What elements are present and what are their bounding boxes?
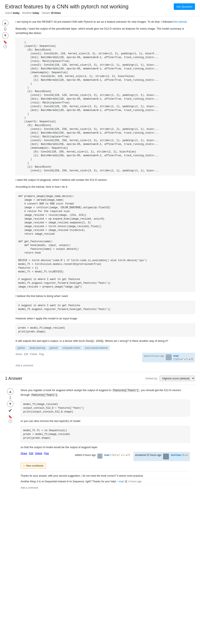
comment-time: 4 hours ago (128, 480, 141, 483)
answered-user-avatar (163, 454, 169, 460)
tag-conv-neural-network[interactable]: conv-neural-network (83, 346, 110, 350)
question-text3: I want the output of (avgpool), which I … (16, 178, 195, 182)
comment-item: Another thing: it is nn.Sequential inste… (21, 479, 190, 485)
answer-comments: Thanks for your answer, with your second… (21, 471, 190, 485)
answer-text1: Since you register a hook for avgpool wh… (21, 388, 190, 397)
question-meta: Asked today Modified today Viewed 19 tim… (5, 12, 195, 14)
question-text2: Basically, I want the output of the penu… (16, 27, 195, 36)
question-section: ▲ 0 ▼ 🔖 🕐 I am trying to use the RESNET-… (0, 16, 200, 372)
edit-link[interactable]: Edit (24, 353, 28, 356)
answered-user-name[interactable]: JunYuan (171, 454, 181, 456)
answered-user-rep: 26 ●2 (182, 454, 188, 456)
question-asked-info: asked 23 hours ago (144, 354, 164, 361)
question-text6: However when I apply this model in an in… (16, 316, 195, 321)
question-text5: I believe the line below is doing what I… (16, 294, 195, 298)
meta-modified: Modified today (22, 12, 39, 14)
answers-title: 1 Answer (5, 376, 22, 381)
question-add-comment[interactable]: Add a comment (16, 362, 195, 369)
answered-card: answered 22 hours ago JunYuan 26 ●2 (133, 452, 190, 461)
answer-footer: Share Edit Delete Flag edited 4 hours ag… (21, 452, 190, 461)
register-hook-code: # avgpool is where I want to get feature… (16, 301, 195, 314)
follow-link[interactable]: Follow (30, 353, 37, 356)
preds-code: preds = model_ft(image_resized) print(pr… (16, 323, 195, 336)
answer-text3: so that the output of model would be the… (21, 445, 190, 450)
tag-pytorch[interactable]: pytorch (48, 346, 60, 350)
answer-code2: model_ft.fc = nn.Sequential() preds = mo… (21, 426, 190, 443)
answer-add-comment[interactable]: Add a comment (21, 485, 190, 491)
question-user-name[interactable]: mad (173, 354, 193, 357)
sort-label: Sorted by: (145, 377, 158, 380)
answer-inline-code2: features['feats'] (31, 394, 58, 397)
question-text4: According to the tutorial, here is how I… (16, 185, 195, 189)
question-user-card: asked 23 hours ago mad 2,523 ●7 ●34 ●75 (142, 353, 195, 362)
answer-flag-link[interactable]: Flag (44, 452, 49, 455)
question-text7: It still outputs the last layer's output… (16, 339, 195, 343)
model-summary-code: ) (layer2): Sequential( (0): BasicBlock(… (16, 38, 195, 175)
answer-bookmark-button[interactable]: 🔖 (8, 415, 12, 419)
answer-delete-link[interactable]: Delete (35, 452, 42, 455)
tag-python[interactable]: python (16, 346, 27, 350)
answer-inline-code1: features['feats'] (112, 389, 139, 392)
answer-share-link[interactable]: Share (21, 452, 27, 455)
answer-vote-down-button[interactable]: ▼ (7, 400, 14, 407)
sort-row: Sorted by: Highest score (default) (145, 376, 195, 381)
answer-cards: edited 4 hours ago mad 2,523 ●7 ●34 ●75 (73, 452, 190, 461)
answers-header: 1 Answer Sorted by: Highest score (defau… (5, 376, 195, 381)
answers-section: 1 Answer Sorted by: Highest score (defau… (0, 372, 200, 498)
question-links: Share Edit Follow Flag (16, 353, 44, 356)
ask-question-button[interactable]: Ask Question (174, 3, 195, 10)
new-contributor-badge[interactable]: ★ New contributor (21, 463, 46, 469)
history-button[interactable]: 🕐 (3, 44, 7, 48)
edited-user-info: mad 2,523 ●7 ●34 ●75 (104, 454, 130, 460)
edited-label: edited 4 hours ago (75, 454, 96, 460)
question-title: Extract features by a CNN with pytorch n… (5, 3, 171, 10)
question-footer: Share Edit Follow Flag asked 23 hours ag… (16, 353, 195, 362)
question-vote-sidebar: ▲ 0 ▼ 🔖 🕐 (0, 16, 11, 372)
vote-up-button[interactable]: ▲ (2, 20, 9, 26)
page-container: Extract features by a CNN with pytorch n… (0, 0, 200, 498)
edited-user-rep: 2,523 ●7 ●34 ●75 (110, 454, 130, 456)
meta-viewed: Viewed 19 times (42, 12, 61, 14)
new-contributor-label: New contributor (26, 464, 44, 467)
share-link[interactable]: Share (16, 353, 22, 356)
answer-history-button[interactable]: 🕐 (8, 419, 12, 423)
answer-item: ▲ 1 ▼ ✔ 🔖 🕐 Since you register a hook fo… (5, 384, 195, 494)
vote-down-button[interactable]: ▼ (2, 32, 9, 39)
prepare-image-code: def prepare_image(image_name,device): im… (16, 192, 195, 292)
tutorial-link[interactable]: this tutorial (173, 20, 186, 23)
answer-vote-sidebar: ▲ 1 ▼ ✔ 🔖 🕐 (5, 385, 16, 494)
question-header: Extract features by a CNN with pytorch n… (0, 0, 200, 16)
tag-computer-vision[interactable]: computer-vision (61, 346, 82, 350)
star-icon: ★ (23, 464, 25, 467)
answer-body: Since you register a hook for avgpool wh… (16, 385, 195, 494)
question-user-avatar (166, 354, 172, 360)
answered-user-info: JunYuan 26 ●2 (171, 454, 188, 460)
answer-vote-count: 1 (9, 395, 11, 400)
question-user-rep: 2,523 ●7 ●34 ●75 (173, 358, 193, 361)
question-user-info: mad 2,523 ●7 ●34 ●75 (173, 354, 193, 361)
comment-badge: 4 (124, 480, 128, 483)
answer-text2: or you can also remove the last layer(fc… (21, 419, 190, 424)
edited-user-avatar (97, 454, 102, 458)
question-vote-count: 0 (4, 27, 6, 32)
tags-row: python deep-learning pytorch computer-vi… (16, 346, 195, 350)
comment-author-link[interactable]: mad (119, 480, 124, 483)
answer-edit-link[interactable]: Edit (29, 452, 33, 455)
meta-asked: Asked today (5, 12, 20, 14)
answer-vote-up-button[interactable]: ▲ (7, 388, 14, 395)
answer-links: Share Edit Delete Flag (21, 452, 49, 455)
question-intro: I am trying to use the RESNET-18 pre-tra… (16, 20, 195, 24)
edited-user-name[interactable]: mad (104, 454, 109, 456)
bookmark-button[interactable]: 🔖 (3, 40, 7, 44)
tag-deep-learning[interactable]: deep-learning (28, 346, 47, 350)
question-body: I am trying to use the RESNET-18 pre-tra… (11, 16, 200, 372)
accepted-checkmark-icon: ✔ (8, 408, 12, 414)
comment-item: Thanks for your answer, with your second… (21, 473, 190, 479)
edited-card: edited 4 hours ago mad 2,523 ●7 ●34 ●75 (73, 452, 132, 461)
flag-link[interactable]: Flag (39, 353, 44, 356)
answer-code1: model_ft(image_resized) output_contain_5… (21, 400, 190, 416)
answered-label: answered 22 hours ago (135, 454, 161, 460)
sort-select[interactable]: Highest score (default) (159, 376, 195, 381)
